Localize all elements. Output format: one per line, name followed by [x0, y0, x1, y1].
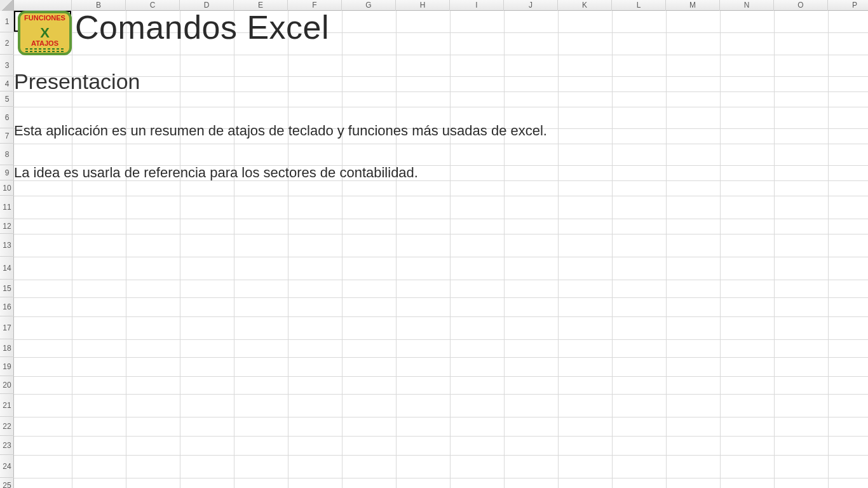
row-header-5[interactable]: 5	[0, 92, 14, 107]
cell-grid[interactable]	[14, 11, 868, 488]
column-header-A[interactable]	[14, 0, 72, 11]
column-header-M[interactable]: M	[666, 0, 720, 11]
row-header-24[interactable]: 24	[0, 455, 14, 478]
row-header-13[interactable]: 13	[0, 234, 14, 257]
select-all-corner[interactable]	[0, 0, 14, 11]
row-header-4[interactable]: 4	[0, 76, 14, 92]
row-header-6[interactable]: 6	[0, 107, 14, 128]
row-header-18[interactable]: 18	[0, 339, 14, 357]
row-header-20[interactable]: 20	[0, 376, 14, 394]
row-header-11[interactable]: 11	[0, 196, 14, 219]
column-header-D[interactable]: D	[180, 0, 234, 11]
row-header-column: 1234567891011121314151617181920212223242…	[0, 11, 14, 488]
row-header-12[interactable]: 12	[0, 219, 14, 234]
row-header-25[interactable]: 25	[0, 478, 14, 488]
row-header-2[interactable]: 2	[0, 32, 14, 55]
column-header-E[interactable]: E	[234, 0, 288, 11]
row-header-7[interactable]: 7	[0, 128, 14, 144]
row-header-15[interactable]: 15	[0, 280, 14, 297]
column-header-I[interactable]: I	[450, 0, 504, 11]
row-header-21[interactable]: 21	[0, 394, 14, 417]
column-header-O[interactable]: O	[774, 0, 828, 11]
row-header-9[interactable]: 9	[0, 165, 14, 180]
logo-bottom-label: ATAJOS	[31, 39, 58, 47]
column-header-C[interactable]: C	[126, 0, 180, 11]
row-header-8[interactable]: 8	[0, 144, 14, 165]
app-logo: FUNCIONES X ATAJOS	[18, 11, 72, 55]
column-header-G[interactable]: G	[342, 0, 396, 11]
column-header-row: BCDEFGHIJKLMNOP	[0, 0, 868, 11]
column-header-H[interactable]: H	[396, 0, 450, 11]
row-header-3[interactable]: 3	[0, 55, 14, 76]
column-header-K[interactable]: K	[558, 0, 612, 11]
row-header-1[interactable]: 1	[0, 11, 14, 32]
grid-hlines	[14, 11, 868, 488]
column-header-L[interactable]: L	[612, 0, 666, 11]
column-header-P[interactable]: P	[828, 0, 868, 11]
column-header-B[interactable]: B	[72, 0, 126, 11]
column-header-N[interactable]: N	[720, 0, 774, 11]
row-header-22[interactable]: 22	[0, 417, 14, 436]
row-header-16[interactable]: 16	[0, 297, 14, 316]
row-header-14[interactable]: 14	[0, 257, 14, 280]
row-header-17[interactable]: 17	[0, 316, 14, 339]
grid-vlines	[14, 11, 868, 488]
column-header-F[interactable]: F	[288, 0, 342, 11]
row-header-23[interactable]: 23	[0, 436, 14, 455]
row-header-10[interactable]: 10	[0, 180, 14, 196]
row-header-19[interactable]: 19	[0, 357, 14, 376]
column-header-J[interactable]: J	[504, 0, 558, 11]
logo-top-label: FUNCIONES	[24, 14, 65, 22]
logo-x-mark: X	[40, 25, 50, 41]
spreadsheet-window: BCDEFGHIJKLMNOP 123456789101112131415161…	[0, 0, 868, 488]
